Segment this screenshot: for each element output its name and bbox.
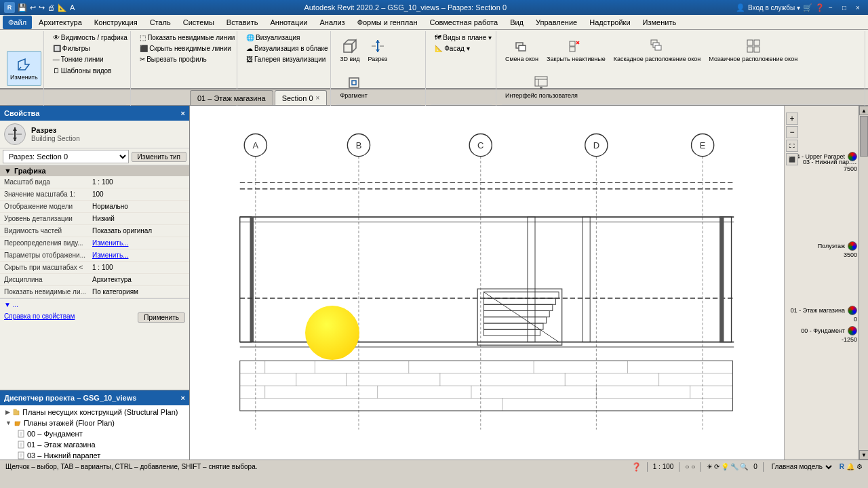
detail-level-icon[interactable]: ○ ○ [685,463,695,470]
prop-value-2: Нормально [92,203,185,210]
prop-section-header[interactable]: ▼ Графика [0,165,189,176]
modify-button[interactable]: Изменить [7,51,41,86]
quick-access-print[interactable]: 🖨 [47,3,55,12]
quick-access-save[interactable]: 💾 [18,3,27,12]
drawing-canvas[interactable]: A B C D E [190,106,784,460]
tab-section-close[interactable]: × [316,94,320,102]
3d-view-label: 3D вид [340,56,359,62]
tab-section[interactable]: Section 0 × [275,90,328,105]
switch-windows-button[interactable]: Смена окон [502,33,542,68]
browser-title: Диспетчер проекта – GSG_10_views [4,394,136,402]
zoom-out-button[interactable]: − [786,126,798,138]
sun-icon[interactable]: ☀ [707,463,713,470]
tree-item-4[interactable]: 03 – Нижний парапет [0,450,189,460]
filters-button[interactable]: 🔲 Фильтры [50,43,131,54]
notification-icon[interactable]: 🔔 [846,463,854,470]
menu-item-аннотации[interactable]: Аннотации [265,16,313,29]
scroll-up-button[interactable]: ▲ [859,106,868,115]
help-icon[interactable]: ❓ [815,3,825,12]
prop-value-5[interactable]: Изменить... [92,239,185,247]
tile-button[interactable]: Мозаичное расположение окон [705,33,801,68]
tab-floor-plan[interactable]: 01 – Этаж магазина [190,90,273,105]
browser-tree: ▶Планы несущих конструкций (Structural P… [0,405,189,460]
menu-item-совместная-работа[interactable]: Совместная работа [424,16,503,29]
scroll-down-button[interactable]: ▼ [859,450,868,460]
callout-button[interactable]: Фрагмент [336,69,370,104]
zoom-in-button[interactable]: + [786,113,798,125]
browser-close[interactable]: × [181,394,185,402]
filters-label: Фильтры [62,45,90,52]
prop-value-7: 1 : 100 [92,264,185,271]
3d-view-button[interactable]: 3D вид [336,33,363,68]
svg-rect-131 [484,292,559,298]
gallery-button[interactable]: 🖼 Галерея визуализации [243,54,332,64]
view-templates-button[interactable]: 🗒 Шаблоны видов [50,66,115,76]
prop-type-info: Разрез Building Section [31,126,80,142]
level-7500-value: 7500 [844,165,857,172]
model-selector[interactable]: Главная модель [769,462,834,472]
maximize-button[interactable]: □ [838,2,850,13]
signin-label[interactable]: Вход в службы ▾ [748,4,800,12]
thin-lines-button[interactable]: — Тонкие линии [50,54,131,64]
menu-item-управление[interactable]: Управление [530,16,583,29]
render-button[interactable]: 🌐 Визуализация [243,33,332,43]
cascade-button[interactable]: Каскадное расположение окон [610,33,705,68]
menu-item-файл[interactable]: Файл [3,16,32,29]
sync-icon[interactable]: ⟳ [714,463,719,470]
scroll-thumb[interactable] [860,116,868,157]
menu-item-системы[interactable]: Системы [178,16,220,29]
zoom-fit-button[interactable]: ⛶ [786,140,798,152]
zoom-3d-button[interactable]: ⬛ [786,153,798,165]
cut-profile-button[interactable]: ✂ Вырезать профиль [136,54,238,64]
tree-item-1[interactable]: ▼Планы этажей (Floor Plan) [0,418,189,428]
properties-header: Свойства × [0,106,189,121]
prop-type-dropdown[interactable]: Разрез: Section 0 [3,150,129,163]
menu-item-сталь[interactable]: Сталь [144,16,176,29]
prop-help-link[interactable]: Справка по свойствам [4,312,135,323]
wrench-icon[interactable]: 🔧 [730,463,738,470]
show-hidden-button[interactable]: ⬚ Показать невидимые линии [136,33,238,43]
scroll-down-icon[interactable]: ▼ ... [4,301,18,308]
menu-item-конструкция[interactable]: Конструкция [89,16,143,29]
zoom-icon[interactable]: 🔍 [740,463,748,470]
svg-marker-32 [13,127,17,131]
menu-item-надстройки[interactable]: Надстройки [584,16,635,29]
quick-access-text[interactable]: A [70,3,75,12]
menu-item-архитектура[interactable]: Архитектура [33,16,87,29]
quick-access-undo[interactable]: ↩ [30,3,36,12]
scale-label[interactable]: 1 : 100 [653,463,674,470]
scroll-track[interactable] [859,115,868,450]
cart-icon[interactable]: 🛒 [803,3,812,12]
gear-status-icon[interactable]: ⚙ [856,463,863,470]
selection-highlight[interactable] [305,306,359,360]
close-inactive-button[interactable]: Закрыть неактивные [543,33,609,68]
close-button[interactable]: × [852,2,864,13]
menu-item-вставить[interactable]: Вставить [221,16,264,29]
bulb-icon[interactable]: 💡 [721,463,729,470]
floor-plans-button[interactable]: 🗺 Виды в плане ▾ [431,33,495,43]
user-interface-button[interactable]: Интерфейс пользователя [502,69,581,104]
menu-item-вид[interactable]: Вид [505,16,529,29]
level-shop-floor-label: 01 - Этаж магазина [791,307,845,314]
change-type-button[interactable]: Изменить тип [132,152,186,162]
minimize-button[interactable]: − [825,2,837,13]
account-icon[interactable]: 👤 [736,3,745,12]
visibility-button[interactable]: 👁 Видимость / графика [50,33,131,43]
tree-item-2[interactable]: 00 – Фундамент [0,428,189,439]
vertical-scrollbar[interactable]: ▲ ▼ [859,106,868,460]
tree-item-0[interactable]: ▶Планы несущих конструкций (Structural P… [0,407,189,418]
tree-item-3[interactable]: 01 – Этаж магазина [0,439,189,450]
elevation-button[interactable]: 📐 Фасад ▾ [431,43,495,54]
section-button[interactable]: Разрез [364,33,391,68]
cloud-render-button[interactable]: ☁ Визуализация в облаке [243,43,332,54]
apply-button[interactable]: Применить [138,312,185,323]
hide-hidden-button[interactable]: ⬛ Скрыть невидимые линии [136,43,238,54]
quick-access-redo[interactable]: ↪ [39,3,45,12]
menu-item-изменить[interactable]: Изменить [637,16,682,29]
canvas-area[interactable]: A B C D E [190,106,868,460]
prop-value-6[interactable]: Изменить... [92,251,185,259]
menu-item-анализ[interactable]: Анализ [314,16,350,29]
quick-access-measure[interactable]: 📐 [58,3,67,12]
properties-close[interactable]: × [181,109,185,117]
menu-item-формы-и-генплан[interactable]: Формы и генплан [352,16,423,29]
